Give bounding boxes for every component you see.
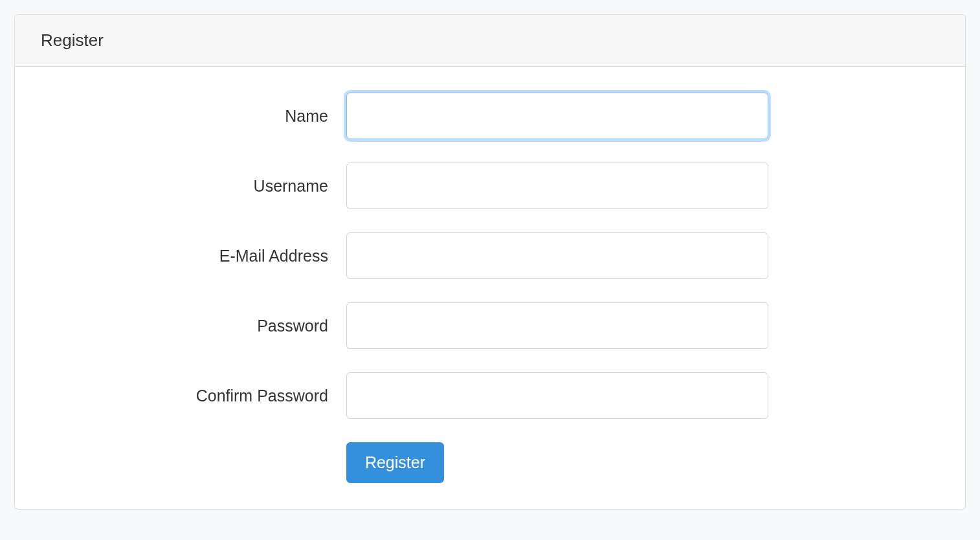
form-row-confirm-password: Confirm Password [41,372,939,419]
name-input[interactable] [346,93,768,139]
card-title: Register [41,30,104,50]
password-input[interactable] [346,302,768,349]
register-button[interactable]: Register [346,442,444,483]
confirm-password-input[interactable] [346,372,768,419]
username-input-wrapper [346,163,768,209]
name-input-wrapper [346,93,768,139]
form-row-name: Name [41,93,939,139]
username-label: Username [41,177,346,196]
register-card: Register Name Username E-Mail Address Pa… [14,14,966,510]
form-row-email: E-Mail Address [41,232,939,279]
password-input-wrapper [346,302,768,349]
name-label: Name [41,107,346,126]
form-row-password: Password [41,302,939,349]
card-body: Name Username E-Mail Address Password [15,67,965,509]
button-offset [41,442,346,483]
email-label: E-Mail Address [41,247,346,265]
form-row-username: Username [41,163,939,209]
email-input[interactable] [346,232,768,279]
confirm-password-label: Confirm Password [41,387,346,405]
card-header: Register [15,15,965,67]
password-label: Password [41,317,346,335]
button-row: Register [41,442,939,483]
confirm-password-input-wrapper [346,372,768,419]
email-input-wrapper [346,232,768,279]
username-input[interactable] [346,163,768,209]
